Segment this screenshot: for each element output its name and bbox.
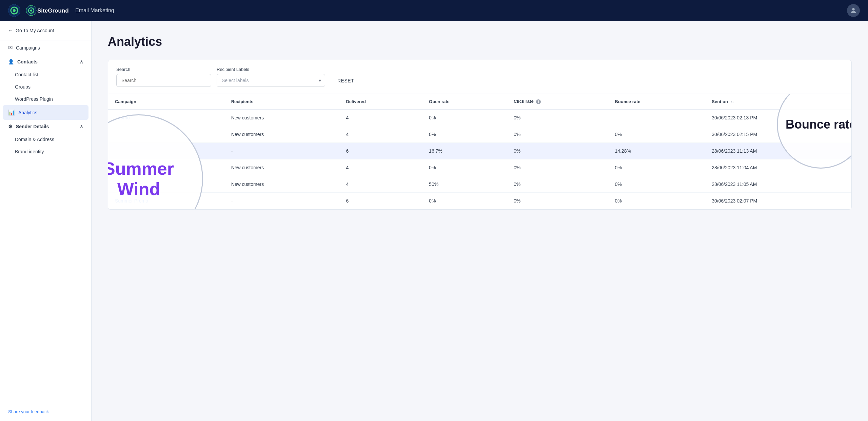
main-content: Analytics Search Recipient Labels Select… (92, 21, 868, 421)
sent-on-cell-4: 28/06/2023 11:05 AM (705, 176, 851, 193)
svg-text:SiteGround: SiteGround (37, 7, 69, 14)
sender-details-submenu: Domain & Address Brand identity (0, 133, 91, 158)
table-header-row: Campaign Recipients Delivered Open rate (108, 94, 851, 109)
col-delivered: Delivered (339, 94, 422, 109)
search-label: Search (116, 67, 211, 72)
sidebar-item-analytics[interactable]: 📊 Analytics (3, 105, 88, 120)
sent-on-sort-icon: ↑↓ (731, 100, 734, 104)
open-rate-cell-1: 0% (422, 126, 507, 143)
bounce-rate-cell-0 (608, 109, 705, 126)
delivered-cell-1: 4 (339, 126, 422, 143)
delivered-cell-4: 4 (339, 176, 422, 193)
sidebar-item-brand-identity[interactable]: Brand identity (0, 146, 91, 158)
sidebar-item-domain-address[interactable]: Domain & Address (0, 133, 91, 146)
sidebar-item-sender-details[interactable]: ⚙ Sender Details ∧ (0, 120, 91, 133)
click-rate-cell-0: 0% (507, 109, 608, 126)
svg-point-2 (13, 9, 16, 12)
col-campaign: Campaign (108, 94, 224, 109)
sent-on-cell-2: 28/06/2023 11:13 AM (705, 143, 851, 159)
sent-on-cell-1: 30/06/2023 02:15 PM (705, 126, 851, 143)
open-rate-cell-2: 16.7% (422, 143, 507, 159)
recipients-cell-4: New customers (224, 176, 339, 193)
go-back-button[interactable]: ← Go To My Account (0, 21, 91, 40)
chevron-up-icon-2: ∧ (80, 124, 83, 129)
top-navigation: SiteGround Email Marketing (0, 0, 868, 21)
col-click-rate: Click rate i (507, 94, 608, 109)
click-rate-cell-3: 0% (507, 159, 608, 176)
user-avatar[interactable] (847, 4, 860, 17)
sender-icon: ⚙ (8, 124, 13, 129)
sent-on-cell-0: 30/06/2023 02:13 PM (705, 109, 851, 126)
recipients-cell-0: New customers (224, 109, 339, 126)
sidebar-item-wordpress-plugin[interactable]: WordPress Plugin (0, 93, 91, 105)
sidebar-item-groups[interactable]: Groups (0, 81, 91, 93)
chevron-up-icon: ∧ (80, 59, 83, 64)
bounce-rate-cell-1: 0% (608, 126, 705, 143)
main-layout: ← Go To My Account ✉ Campaigns 👤 Contact… (0, 21, 868, 421)
logo-icon (8, 4, 20, 17)
recipient-labels-select[interactable]: Select labels (217, 74, 325, 87)
campaign-cell-5[interactable]: Summer Promo (108, 193, 224, 209)
analytics-label: Analytics (18, 110, 37, 115)
page-title: Analytics (108, 35, 852, 49)
bounce-rate-cell-2: 14.28% (608, 143, 705, 159)
table-row: New customers 4 0% 0% 0% 28/06/2023 11:0… (108, 159, 851, 176)
open-rate-cell-3: 0% (422, 159, 507, 176)
analytics-table-container: Summer Wind Bounce rate Campaign Recipie… (108, 94, 852, 210)
recipients-cell-3: New customers (224, 159, 339, 176)
click-rate-cell-1: 0% (507, 126, 608, 143)
sidebar-item-contact-list[interactable]: Contact list (0, 69, 91, 81)
bounce-rate-cell-3: 0% (608, 159, 705, 176)
analytics-icon: 📊 (8, 109, 15, 116)
bounce-rate-cell-5: 0% (608, 193, 705, 209)
click-rate-cell-2: 0% (507, 143, 608, 159)
campaign-name-0: ... (115, 115, 119, 120)
recipient-labels-group: Recipient Labels Select labels ▾ (217, 67, 325, 87)
arrow-left-icon: ← (8, 28, 13, 33)
table-row: - 6 16.7% 0% 14.28% 28/06/2023 11:13 AM (108, 143, 851, 159)
open-rate-cell-5: 0% (422, 193, 507, 209)
click-rate-info-icon[interactable]: i (536, 99, 541, 104)
share-feedback-link[interactable]: Share your feedback (0, 402, 91, 421)
table-row: ...romo New customers 4 0% 0% 30/06/2023… (108, 109, 851, 126)
go-back-label: Go To My Account (16, 28, 54, 33)
click-rate-cell-4: 0% (507, 176, 608, 193)
campaign-cell-1 (108, 126, 224, 143)
sidebar-item-contacts[interactable]: 👤 Contacts ∧ (0, 55, 91, 69)
search-input[interactable] (116, 74, 211, 87)
svg-point-7 (852, 8, 854, 11)
sent-on-cell-3: 28/06/2023 11:04 AM (705, 159, 851, 176)
sidebar: ← Go To My Account ✉ Campaigns 👤 Contact… (0, 21, 92, 421)
contacts-label: Contacts (17, 59, 38, 64)
contacts-submenu: Contact list Groups WordPress Plugin (0, 69, 91, 105)
recipients-cell-1: New customers (224, 126, 339, 143)
campaign-cell-4 (108, 176, 224, 193)
campaign-cell-2 (108, 143, 224, 159)
recipients-cell-2: - (224, 143, 339, 159)
nav-brand: SiteGround Email Marketing (8, 4, 114, 17)
svg-point-5 (30, 9, 32, 12)
sent-on-cell-5: 30/06/2023 02:07 PM (705, 193, 851, 209)
app-title: Email Marketing (75, 7, 114, 14)
open-rate-cell-0: 0% (422, 109, 507, 126)
analytics-table: Campaign Recipients Delivered Open rate (108, 94, 851, 209)
table-row: New customers 4 0% 0% 0% 30/06/2023 02:1… (108, 126, 851, 143)
col-open-rate: Open rate (422, 94, 507, 109)
col-bounce-rate: Bounce rate (608, 94, 705, 109)
contacts-icon: 👤 (8, 59, 14, 64)
delivered-cell-2: 6 (339, 143, 422, 159)
label-select-wrapper: Select labels ▾ (217, 74, 325, 87)
open-rate-cell-4: 50% (422, 176, 507, 193)
reset-button[interactable]: RESET (331, 75, 361, 87)
filter-bar: Search Recipient Labels Select labels ▾ … (108, 60, 852, 94)
col-recipients: Recipients (224, 94, 339, 109)
brand-name: SiteGround (26, 5, 70, 16)
recipient-labels-label: Recipient Labels (217, 67, 325, 72)
click-rate-cell-5: 0% (507, 193, 608, 209)
sidebar-item-campaigns[interactable]: ✉ Campaigns (0, 40, 91, 55)
search-group: Search (116, 67, 211, 87)
campaign-cell-0[interactable]: ...romo (108, 109, 224, 126)
delivered-cell-5: 6 (339, 193, 422, 209)
mail-icon: ✉ (8, 44, 13, 51)
col-sent-on[interactable]: Sent on ↑↓ (705, 94, 851, 109)
